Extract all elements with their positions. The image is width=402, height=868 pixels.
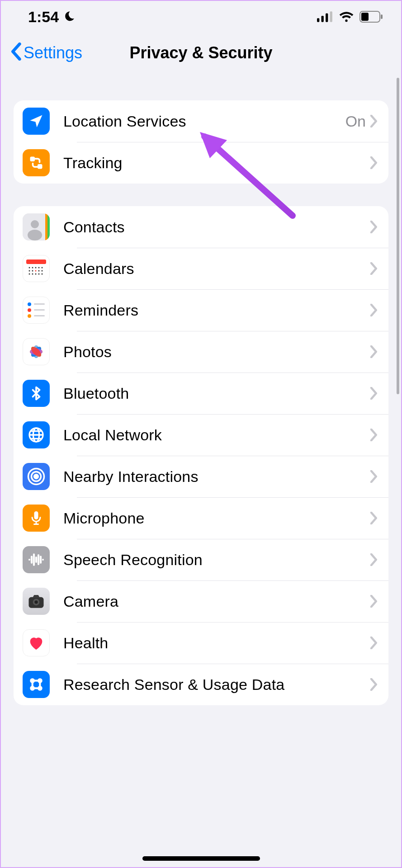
speech-icon [23, 546, 50, 573]
section-location: Location Services On Tracking [14, 100, 388, 184]
back-button[interactable]: Settings [10, 42, 82, 64]
chevron-right-icon [370, 115, 378, 127]
moon-icon [63, 10, 76, 23]
row-label: Contacts [63, 218, 370, 236]
health-icon [23, 629, 50, 656]
svg-point-11 [28, 230, 42, 241]
nav-header: Settings Privacy & Security [1, 33, 401, 73]
row-label: Local Network [63, 426, 370, 444]
battery-icon [359, 11, 383, 23]
home-indicator[interactable] [142, 856, 260, 861]
svg-point-28 [38, 274, 40, 275]
svg-rect-2 [326, 14, 328, 22]
chevron-right-icon [370, 595, 378, 608]
reminders-icon [23, 297, 50, 324]
row-local-network[interactable]: Local Network [14, 414, 388, 456]
svg-point-30 [28, 302, 31, 306]
chevron-right-icon [370, 156, 378, 169]
row-label: Health [63, 634, 370, 652]
svg-rect-1 [322, 16, 324, 22]
svg-point-15 [29, 267, 30, 269]
row-microphone[interactable]: Microphone [14, 497, 388, 539]
svg-point-23 [38, 270, 40, 272]
row-label: Camera [63, 593, 370, 610]
tracking-icon [23, 149, 50, 176]
svg-point-32 [28, 314, 31, 318]
svg-point-17 [35, 267, 37, 269]
research-icon [23, 671, 50, 698]
svg-point-24 [42, 270, 43, 272]
row-photos[interactable]: Photos [14, 331, 388, 373]
svg-point-22 [35, 270, 37, 272]
chevron-right-icon [370, 262, 378, 275]
svg-point-25 [29, 274, 30, 275]
row-label: Photos [63, 343, 370, 361]
camera-icon [23, 588, 50, 615]
status-time: 1:54 [28, 8, 59, 26]
chevron-right-icon [370, 345, 378, 358]
nearby-icon [23, 463, 50, 490]
row-label: Microphone [63, 509, 370, 527]
svg-rect-5 [361, 13, 369, 21]
svg-rect-12 [45, 213, 47, 241]
wifi-icon [339, 11, 354, 22]
row-label: Reminders [63, 302, 370, 319]
svg-rect-34 [34, 309, 45, 311]
svg-point-27 [35, 274, 37, 275]
svg-rect-0 [317, 18, 319, 22]
chevron-right-icon [370, 387, 378, 400]
contacts-icon [23, 213, 50, 241]
chevron-right-icon [370, 678, 378, 691]
row-health[interactable]: Health [14, 622, 388, 664]
svg-point-19 [42, 267, 43, 269]
row-label: Speech Recognition [63, 551, 370, 569]
bluetooth-icon [23, 380, 50, 407]
svg-point-18 [38, 267, 40, 269]
svg-rect-3 [330, 11, 332, 22]
row-tracking[interactable]: Tracking [14, 142, 388, 184]
back-label: Settings [24, 43, 82, 62]
svg-rect-33 [34, 303, 45, 305]
row-research-sensor[interactable]: Research Sensor & Usage Data [14, 664, 388, 705]
row-camera[interactable]: Camera [14, 580, 388, 622]
photos-icon [23, 338, 50, 365]
chevron-left-icon [10, 42, 22, 64]
svg-rect-49 [34, 511, 38, 519]
svg-rect-35 [34, 315, 45, 316]
row-nearby-interactions[interactable]: Nearby Interactions [14, 456, 388, 497]
svg-point-29 [42, 274, 43, 275]
svg-point-31 [28, 308, 31, 312]
section-apps: Contacts Calendars Reminders Photos [14, 206, 388, 705]
scrollbar[interactable] [397, 78, 399, 394]
chevron-right-icon [370, 637, 378, 649]
svg-rect-13 [47, 213, 50, 241]
chevron-right-icon [370, 470, 378, 483]
chevron-right-icon [370, 429, 378, 441]
row-contacts[interactable]: Contacts [14, 206, 388, 248]
row-speech-recognition[interactable]: Speech Recognition [14, 539, 388, 580]
chevron-right-icon [370, 512, 378, 524]
svg-point-26 [32, 274, 33, 275]
row-label: Nearby Interactions [63, 468, 370, 486]
row-value: On [345, 113, 366, 130]
globe-icon [23, 421, 50, 448]
svg-rect-6 [381, 14, 383, 19]
svg-point-16 [32, 267, 33, 269]
status-bar: 1:54 [1, 1, 401, 33]
svg-point-20 [29, 270, 30, 272]
svg-rect-14 [26, 259, 46, 264]
calendar-icon [23, 255, 50, 282]
row-location-services[interactable]: Location Services On [14, 100, 388, 142]
cellular-signal-icon [317, 11, 333, 22]
microphone-icon [23, 505, 50, 532]
chevron-right-icon [370, 553, 378, 566]
row-reminders[interactable]: Reminders [14, 289, 388, 331]
row-bluetooth[interactable]: Bluetooth [14, 373, 388, 414]
location-icon [23, 108, 50, 135]
svg-point-52 [34, 600, 38, 604]
row-label: Bluetooth [63, 385, 370, 402]
svg-point-21 [32, 270, 33, 272]
chevron-right-icon [370, 221, 378, 233]
row-calendars[interactable]: Calendars [14, 248, 388, 289]
row-label: Calendars [63, 260, 370, 278]
